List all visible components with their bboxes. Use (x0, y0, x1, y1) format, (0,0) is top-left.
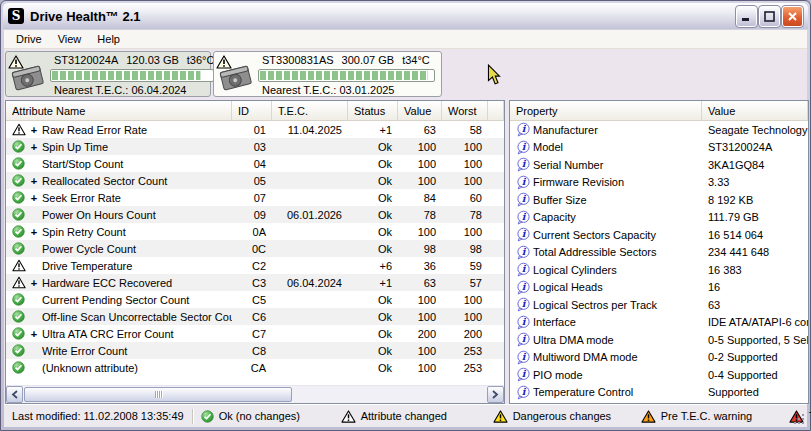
property-row[interactable]: iModelST3120024A (510, 139, 808, 157)
attribute-name: Raw Read Error Rate (42, 124, 147, 136)
ok-icon (12, 361, 25, 374)
menu-item-view[interactable]: View (50, 31, 90, 47)
column-header-attribute-name[interactable]: Attribute Name (6, 101, 232, 120)
close-icon (787, 11, 798, 22)
expand-plus: + (26, 124, 42, 136)
legend-label: Ok (no changes) (219, 410, 300, 422)
close-button[interactable] (782, 6, 803, 27)
scrollbar-thumb[interactable] (24, 387, 292, 402)
attribute-name: Seek Error Rate (42, 192, 121, 204)
property-name: PIO mode (533, 369, 583, 381)
attribute-row[interactable]: +Seek Error Rate07Ok8460 (6, 189, 504, 206)
ok-icon (12, 344, 25, 357)
property-name: Logical Cylinders (533, 264, 617, 276)
menu-item-drive[interactable]: Drive (8, 31, 50, 47)
property-name: Buffer Size (533, 194, 587, 206)
warning-icon (12, 259, 26, 272)
attribute-row[interactable]: Power Cycle Count0COk9898 (6, 240, 504, 257)
property-name: Total Addressible Sectors (533, 246, 657, 258)
attribute-id: C2 (232, 260, 272, 272)
minimize-button[interactable] (736, 6, 757, 27)
attribute-worst: 78 (442, 209, 488, 221)
attribute-row[interactable]: Write Error CountC8Ok100253 (6, 342, 504, 359)
attribute-worst: 59 (442, 260, 488, 272)
property-row[interactable]: iCapacity111.79 GB (510, 209, 808, 227)
attribute-row[interactable]: +Raw Read Error Rate0111.04.2025+16358 (6, 121, 504, 138)
column-header-worst[interactable]: Worst (442, 101, 488, 120)
legend-warning-white: Attribute changed (333, 405, 485, 427)
info-icon: i (516, 192, 531, 207)
attribute-name: Ultra ATA CRC Error Count (42, 328, 174, 340)
property-row[interactable]: iFirmware Revision3.33 (510, 174, 808, 192)
column-header-id[interactable]: ID (232, 101, 272, 120)
attribute-row[interactable]: Off-line Scan Uncorrectable Sector Count… (6, 308, 504, 325)
horizontal-scrollbar[interactable] (6, 385, 504, 403)
column-header-value[interactable]: Value (702, 101, 808, 120)
property-row[interactable]: iTotal Addressible Sectors234 441 648 (510, 244, 808, 262)
attribute-status: Ok (348, 243, 398, 255)
property-row[interactable]: iTemperature ControlSupported (510, 384, 808, 402)
property-row[interactable]: iBuffer Size8 192 KB (510, 191, 808, 209)
scroll-left-button[interactable] (6, 386, 23, 403)
ok-icon (201, 410, 214, 423)
attribute-value: 63 (398, 124, 442, 136)
property-value: Seagate Technology LLC (702, 124, 808, 136)
property-row[interactable]: iManufacturerSeagate Technology LLC (510, 121, 808, 139)
attribute-row[interactable]: +Reallocated Sector Count05Ok100100 (6, 172, 504, 189)
attribute-row[interactable]: +Ultra ATA CRC Error CountC7Ok200200 (6, 325, 504, 342)
menu-item-help[interactable]: Help (89, 31, 128, 47)
drive-size: 120.03 GB (126, 54, 179, 66)
attribute-id: C3 (232, 277, 272, 289)
drive-model: ST3120024A (54, 54, 118, 66)
property-value: Supported (702, 386, 808, 398)
hdd-icon (8, 55, 48, 95)
column-header-value[interactable]: Value (398, 101, 442, 120)
column-header-status[interactable]: Status (348, 101, 398, 120)
property-row[interactable]: iMultiword DMA mode0-2 Supported (510, 349, 808, 367)
maximize-button[interactable] (759, 6, 780, 27)
warning-icon (12, 123, 26, 136)
scrollbar-track[interactable] (23, 386, 487, 403)
property-row[interactable]: iPIO mode0-4 Supported (510, 366, 808, 384)
attribute-status: Ok (348, 328, 398, 340)
app-logo-icon: S (8, 8, 24, 24)
scroll-right-button[interactable] (487, 386, 504, 403)
column-header-t-e-c-[interactable]: T.E.C. (272, 101, 348, 120)
property-value: 234 441 648 (702, 246, 808, 258)
drive-tab-st3300831as[interactable]: ST3300831AS 300.07 GB t34°C Nearest T.E.… (213, 51, 442, 97)
property-value: 3.33 (702, 176, 808, 188)
property-row[interactable]: iCurrent Sectors Capacity16 514 064 (510, 226, 808, 244)
property-row[interactable]: iInterfaceIDE ATA/ATAPI-6 com... (510, 314, 808, 332)
attribute-status: +1 (348, 124, 398, 136)
drive-model: ST3300831AS (262, 54, 334, 66)
attribute-row[interactable]: Drive TemperatureC2+63659 (6, 257, 504, 274)
attribute-worst: 253 (442, 362, 488, 374)
property-row[interactable]: iLogical Cylinders16 383 (510, 261, 808, 279)
attribute-row[interactable]: Power On Hours Count0906.01.2026Ok7878 (6, 206, 504, 223)
drive-health-fill (260, 71, 428, 80)
property-row[interactable]: iLogical Heads16 (510, 279, 808, 297)
property-row[interactable]: iSerial Number3KA1GQ84 (510, 156, 808, 174)
attribute-row[interactable]: +Hardware ECC RecoveredC306.04.2024+1635… (6, 274, 504, 291)
attribute-name: Power On Hours Count (42, 209, 156, 221)
property-row[interactable]: iUltra DMA mode0-5 Supported, 5 Select..… (510, 331, 808, 349)
property-value: 111.79 GB (702, 211, 808, 223)
resize-grip[interactable] (792, 412, 806, 426)
info-icon: i (516, 245, 531, 260)
legend-label: Pre T.E.C. warning (661, 410, 753, 422)
title-bar: S Drive Health™ 2.1 (3, 3, 808, 29)
attribute-status: Ok (348, 294, 398, 306)
attribute-value: 84 (398, 192, 442, 204)
attribute-row[interactable]: Current Pending Sector CountC5Ok100100 (6, 291, 504, 308)
attribute-row[interactable]: (Unknown attribute)CAOk100253 (6, 359, 504, 376)
attribute-row[interactable]: +Spin Retry Count0AOk100100 (6, 223, 504, 240)
property-value: 0-5 Supported, 5 Select... (702, 334, 808, 346)
property-row[interactable]: iLogical Sectros per Track63 (510, 296, 808, 314)
attribute-row[interactable]: +Spin Up Time03Ok100100 (6, 138, 504, 155)
column-header-property[interactable]: Property (510, 101, 702, 120)
drive-tab-st3120024a[interactable]: ST3120024A 120.03 GB t36°C Nearest T.E.C… (5, 51, 211, 97)
attribute-row[interactable]: Start/Stop Count04Ok100100 (6, 155, 504, 172)
property-value: 8 192 KB (702, 194, 808, 206)
warning-orange-icon (641, 410, 656, 423)
menu-bar: DriveViewHelp (4, 30, 807, 49)
